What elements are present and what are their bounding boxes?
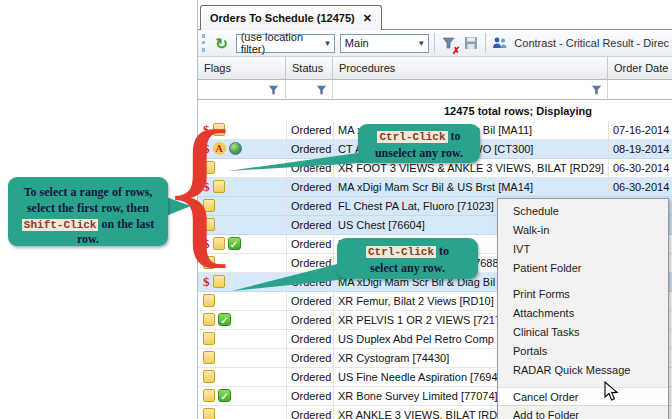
- column-header-procedures[interactable]: Procedures: [333, 57, 608, 80]
- flags-cell: ✓: [203, 389, 231, 402]
- orders-to-schedule-screen: Orders To Schedule (12475) ✕ ↻ (use loca…: [0, 0, 672, 419]
- clear-filter-icon[interactable]: ✗: [439, 33, 457, 53]
- flags-cell: [203, 370, 215, 383]
- callout-ctrl-click-unselect: Ctrl-Click to unselect any row.: [358, 124, 480, 163]
- callout-text: select any row.: [370, 261, 445, 275]
- total-rows-text: 12475 total rows; Displaying: [444, 105, 592, 117]
- tab-orders-to-schedule[interactable]: Orders To Schedule (12475) ✕: [200, 5, 382, 30]
- ctrl-click-key: Ctrl-Click: [377, 131, 447, 143]
- status-cell: Ordered: [291, 257, 331, 269]
- column-header-status[interactable]: Status: [286, 57, 333, 80]
- check-flag-icon: ✓: [218, 389, 231, 402]
- contrast-people-icon: [491, 33, 509, 53]
- floppy-icon: [464, 36, 478, 50]
- context-menu-item-print-forms[interactable]: Print Forms: [498, 285, 668, 304]
- tab-title: Orders To Schedule (12475): [210, 12, 355, 24]
- tab-close-icon[interactable]: ✕: [363, 12, 372, 25]
- filter-cell-order-date[interactable]: [608, 80, 672, 100]
- context-menu: ScheduleWalk-inIVTPatient FolderPrint Fo…: [497, 198, 669, 419]
- status-cell: Ordered: [291, 238, 331, 250]
- context-menu-item-radar-quick-message[interactable]: RADAR Quick Message: [498, 361, 668, 380]
- callout-text: unselect any row.: [375, 146, 463, 160]
- status-cell: Ordered: [291, 333, 331, 345]
- order-date-cell: 06-30-2014: [613, 181, 669, 193]
- context-menu-item-clinical-tasks[interactable]: Clinical Tasks: [498, 323, 668, 342]
- red-brace-annotation: {: [160, 124, 241, 255]
- view-dropdown[interactable]: Main ▾: [340, 34, 429, 53]
- context-menu-item-add-to-folder[interactable]: Add to Folder: [498, 406, 668, 419]
- refresh-icon[interactable]: ↻: [213, 33, 231, 53]
- note-flag-icon: [203, 332, 215, 345]
- order-date-cell: 06-30-2014: [613, 162, 669, 174]
- funnel-icon: [591, 85, 602, 96]
- filter-cell-procedures[interactable]: [333, 80, 608, 100]
- filter-cell-status[interactable]: [286, 80, 333, 100]
- note-flag-icon: [203, 389, 215, 402]
- status-cell: Ordered: [291, 124, 331, 136]
- status-cell: Ordered: [291, 352, 331, 364]
- status-cell: Ordered: [291, 162, 331, 174]
- column-header-flags[interactable]: Flags: [198, 57, 286, 80]
- note-flag-icon: [203, 370, 215, 383]
- red-x-icon: ✗: [452, 45, 460, 56]
- shift-click-key: Shift-Click: [22, 219, 99, 231]
- context-menu-item-attachments[interactable]: Attachments: [498, 304, 668, 323]
- flags-cell: [203, 294, 215, 307]
- column-divider: [286, 121, 287, 419]
- funnel-icon: [316, 85, 327, 96]
- note-flag-icon: [203, 351, 215, 364]
- view-dropdown-value: Main: [345, 37, 369, 49]
- context-menu-item-schedule[interactable]: Schedule: [498, 202, 668, 221]
- save-grid-icon[interactable]: [462, 33, 480, 53]
- status-cell: Ordered: [291, 390, 331, 402]
- chevron-down-icon: ▾: [325, 38, 330, 48]
- status-cell: Ordered: [291, 276, 331, 288]
- location-filter-dropdown[interactable]: (use location filter) ▾: [236, 34, 335, 53]
- status-cell: Ordered: [291, 219, 331, 231]
- toolbar: ↻ (use location filter) ▾ Main ▾ ✗: [198, 29, 672, 57]
- callout-shift-click: To select a range of rows, select the fi…: [8, 177, 168, 246]
- location-filter-value: (use location filter): [241, 31, 320, 55]
- flags-cell: [203, 351, 215, 364]
- column-divider: [333, 121, 334, 419]
- context-menu-item-ivt[interactable]: IVT: [498, 240, 668, 259]
- context-menu-item-cancel-order[interactable]: Cancel Order: [498, 387, 668, 406]
- status-cell: Ordered: [291, 409, 331, 419]
- status-cell: Ordered: [291, 181, 331, 193]
- context-menu-item-patient-folder[interactable]: Patient Folder: [498, 259, 668, 278]
- flags-cell: [203, 408, 215, 419]
- mouse-cursor: [604, 381, 620, 402]
- menu-separator: [498, 380, 668, 387]
- status-cell: Ordered: [291, 200, 331, 212]
- toolbar-separator: [434, 33, 435, 53]
- context-menu-item-walk-in[interactable]: Walk-in: [498, 221, 668, 240]
- callout-text: To select a range of rows, select the fi…: [24, 185, 153, 215]
- column-header-order-date[interactable]: Order Date: [608, 57, 672, 80]
- status-cell: Ordered: [291, 143, 331, 155]
- flags-cell: [203, 332, 215, 345]
- ctrl-click-key: Ctrl-Click: [366, 246, 436, 258]
- callout-text: to: [436, 244, 449, 258]
- toolbar-links[interactable]: Contrast - Critical Result - Direc: [514, 37, 669, 49]
- status-cell: Ordered: [291, 371, 331, 383]
- toolbar-grip: [202, 34, 208, 52]
- funnel-icon: [268, 85, 279, 96]
- check-flag-icon: ✓: [218, 313, 231, 326]
- callout-text: to: [448, 129, 461, 143]
- note-flag-icon: [203, 408, 215, 419]
- callout-ctrl-click-select: Ctrl-Click to select any row.: [337, 238, 478, 279]
- status-cell: Ordered: [291, 295, 331, 307]
- order-date-cell: 07-16-2014: [613, 124, 669, 136]
- status-cell: Ordered: [291, 314, 331, 326]
- toolbar-separator: [485, 33, 486, 53]
- menu-separator: [498, 278, 668, 285]
- summary-bar: 12475 total rows; Displaying: [198, 100, 672, 121]
- table-row[interactable]: $OrderedMA xDigi Mam Scr Bil & US Brst […: [198, 178, 672, 197]
- order-date-cell: 08-19-2014: [613, 143, 669, 155]
- chevron-down-icon: ▾: [419, 38, 424, 48]
- flags-cell: ✓: [203, 313, 231, 326]
- note-flag-icon: [203, 313, 215, 326]
- context-menu-item-portals[interactable]: Portals: [498, 342, 668, 361]
- note-flag-icon: [203, 294, 215, 307]
